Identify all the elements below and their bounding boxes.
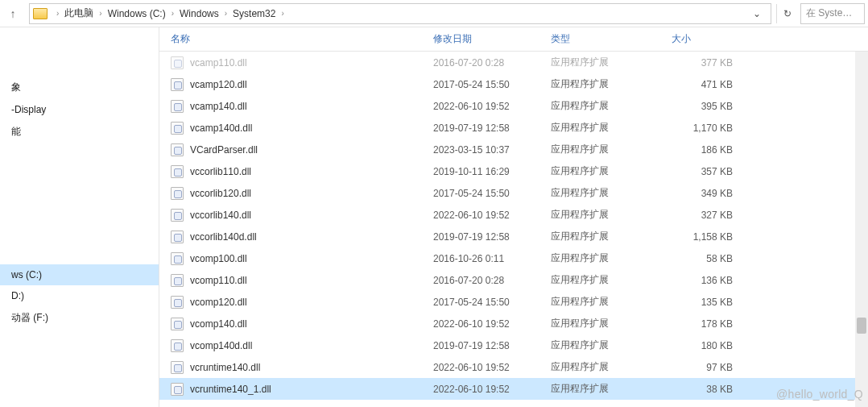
- dll-file-icon: [171, 383, 184, 396]
- crumb-system32[interactable]: System32: [231, 8, 277, 19]
- file-date: 2022-06-10 19:52: [422, 318, 539, 330]
- file-name: vccorlib140d.dll: [190, 231, 257, 243]
- file-row[interactable]: vccorlib140d.dll2019-07-19 12:58应用程序扩展1,…: [159, 226, 868, 247]
- up-arrow-icon: ↑: [10, 7, 16, 20]
- dll-file-icon: [171, 187, 184, 200]
- file-type: 应用程序扩展: [539, 143, 660, 156]
- dll-file-icon: [171, 361, 184, 374]
- file-row[interactable]: vcomp120.dll2017-05-24 15:50应用程序扩展135 KB: [159, 291, 868, 313]
- nav-up-button[interactable]: ↑: [3, 4, 23, 23]
- scrollbar[interactable]: [855, 52, 868, 407]
- file-name: vccorlib120.dll: [190, 188, 251, 199]
- file-type: 应用程序扩展: [539, 99, 660, 113]
- file-type: 应用程序扩展: [539, 208, 660, 222]
- file-date: 2016-10-26 0:11: [422, 253, 539, 264]
- dll-file-icon: [171, 143, 184, 156]
- file-type: 应用程序扩展: [539, 295, 660, 309]
- chevron-right-icon[interactable]: ›: [167, 9, 178, 18]
- crumb-drive-c[interactable]: Windows (C:): [106, 8, 167, 19]
- file-date: 2022-06-10 19:52: [422, 101, 539, 112]
- file-name: vcamp140d.dll: [190, 123, 252, 134]
- file-name: vcomp110.dll: [190, 275, 247, 286]
- file-name: vcomp120.dll: [190, 297, 247, 308]
- search-input[interactable]: 在 Syste…: [800, 3, 865, 24]
- file-date: 2023-03-15 10:37: [422, 144, 539, 156]
- file-row[interactable]: vcamp120.dll2017-05-24 15:50应用程序扩展471 KB: [159, 73, 868, 95]
- file-row[interactable]: vcomp140.dll2022-06-10 19:52应用程序扩展178 KB: [159, 313, 868, 334]
- chevron-right-icon[interactable]: ›: [277, 9, 287, 18]
- sidebar-drive-item[interactable]: ws (C:): [0, 264, 159, 285]
- chevron-right-icon[interactable]: ›: [52, 9, 63, 18]
- file-name: vcamp120.dll: [190, 79, 247, 90]
- file-date: 2017-05-24 15:50: [422, 79, 539, 90]
- sidebar-drive-item[interactable]: D:): [0, 285, 159, 306]
- file-row[interactable]: vcomp100.dll2016-10-26 0:11应用程序扩展58 KB: [159, 247, 868, 269]
- file-row[interactable]: vcruntime140.dll2022-06-10 19:52应用程序扩展97…: [159, 356, 868, 378]
- scrollbar-thumb[interactable]: [857, 318, 866, 334]
- file-row[interactable]: vcamp110.dll2016-07-20 0:28应用程序扩展377 KB: [159, 52, 868, 73]
- column-date[interactable]: 修改日期: [422, 32, 539, 46]
- file-row[interactable]: VCardParser.dll2023-03-15 10:37应用程序扩展186…: [159, 139, 868, 160]
- breadcrumb[interactable]: › 此电脑 › Windows (C:) › Windows › System3…: [29, 3, 771, 24]
- column-type[interactable]: 类型: [539, 32, 660, 46]
- file-name: vccorlib140.dll: [190, 210, 251, 221]
- sidebar-item[interactable]: 能: [0, 120, 159, 143]
- chevron-down-icon[interactable]: ⌄: [746, 4, 767, 23]
- chevron-right-icon[interactable]: ›: [221, 9, 231, 18]
- file-row[interactable]: vcomp110.dll2016-07-20 0:28应用程序扩展136 KB: [159, 269, 868, 291]
- file-name: VCardParser.dll: [190, 144, 258, 156]
- file-row[interactable]: vccorlib110.dll2019-10-11 16:29应用程序扩展357…: [159, 160, 868, 182]
- dll-file-icon: [171, 339, 184, 352]
- file-size: 180 KB: [660, 340, 741, 351]
- dll-file-icon: [171, 56, 184, 69]
- crumb-windows[interactable]: Windows: [178, 8, 221, 19]
- file-size: 377 KB: [660, 57, 741, 69]
- file-name: vccorlib110.dll: [190, 166, 251, 177]
- refresh-button[interactable]: ↻: [776, 4, 797, 23]
- folder-icon: [33, 8, 48, 19]
- file-date: 2016-07-20 0:28: [422, 275, 539, 286]
- file-type: 应用程序扩展: [539, 186, 660, 200]
- file-date: 2017-05-24 15:50: [422, 297, 539, 308]
- file-size: 186 KB: [660, 144, 741, 156]
- column-headers: 名称 修改日期 类型 大小: [159, 27, 868, 52]
- sidebar-item[interactable]: 象: [0, 76, 159, 99]
- file-type: 应用程序扩展: [539, 251, 660, 265]
- file-row[interactable]: vccorlib120.dll2017-05-24 15:50应用程序扩展349…: [159, 182, 868, 204]
- crumb-this-pc[interactable]: 此电脑: [63, 6, 95, 20]
- sidebar-drive-item[interactable]: 动器 (F:): [0, 306, 159, 330]
- file-type: 应用程序扩展: [539, 56, 660, 69]
- file-type: 应用程序扩展: [539, 338, 660, 352]
- chevron-right-icon[interactable]: ›: [95, 9, 105, 18]
- file-date: 2019-07-19 12:58: [422, 340, 539, 351]
- file-row[interactable]: vcamp140.dll2022-06-10 19:52应用程序扩展395 KB: [159, 95, 868, 117]
- column-name[interactable]: 名称: [159, 32, 422, 46]
- file-row[interactable]: vcruntime140_1.dll2022-06-10 19:52应用程序扩展…: [159, 378, 868, 400]
- file-size: 135 KB: [660, 297, 741, 308]
- sidebar-item[interactable]: -Display: [0, 99, 159, 120]
- file-row[interactable]: vccorlib140.dll2022-06-10 19:52应用程序扩展327…: [159, 204, 868, 226]
- file-row[interactable]: vcamp140d.dll2019-07-19 12:58应用程序扩展1,170…: [159, 117, 868, 139]
- file-date: 2017-05-24 15:50: [422, 188, 539, 199]
- file-size: 349 KB: [660, 188, 741, 199]
- file-size: 471 KB: [660, 79, 741, 90]
- file-size: 58 KB: [660, 253, 741, 264]
- file-type: 应用程序扩展: [539, 317, 660, 330]
- file-size: 1,170 KB: [660, 123, 741, 134]
- file-name: vcruntime140_1.dll: [190, 384, 271, 395]
- dll-file-icon: [171, 230, 184, 243]
- file-row[interactable]: vcomp140d.dll2019-07-19 12:58应用程序扩展180 K…: [159, 334, 868, 356]
- file-size: 38 KB: [660, 384, 741, 395]
- dll-file-icon: [171, 165, 184, 178]
- file-size: 357 KB: [660, 166, 741, 177]
- column-size[interactable]: 大小: [660, 32, 741, 46]
- dll-file-icon: [171, 274, 184, 287]
- file-date: 2022-06-10 19:52: [422, 384, 539, 395]
- file-size: 178 KB: [660, 318, 741, 330]
- file-type: 应用程序扩展: [539, 121, 660, 135]
- dll-file-icon: [171, 122, 184, 135]
- file-type: 应用程序扩展: [539, 273, 660, 287]
- file-date: 2022-06-10 19:52: [422, 210, 539, 221]
- file-size: 327 KB: [660, 210, 741, 221]
- file-name: vcamp110.dll: [190, 57, 247, 69]
